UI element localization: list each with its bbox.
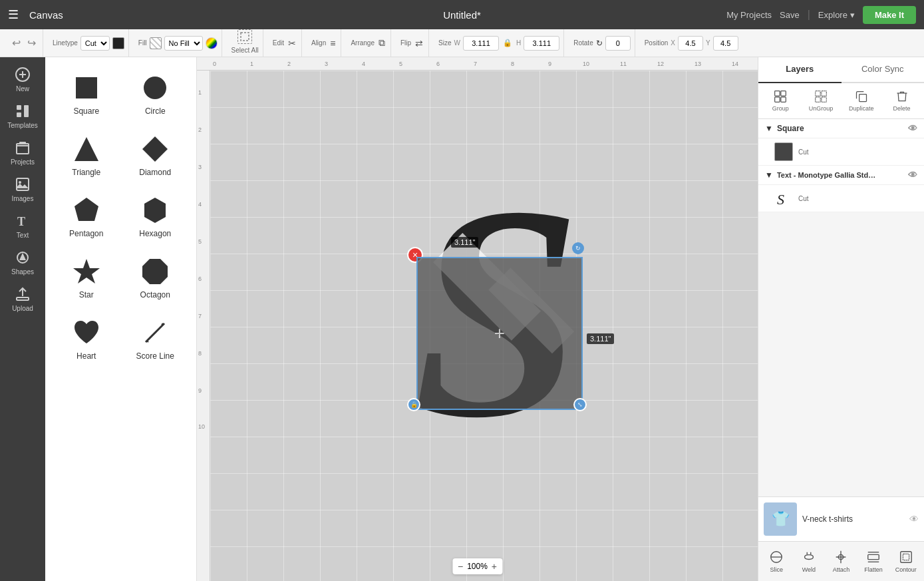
group-button[interactable]: Group: [761, 87, 800, 114]
svg-rect-37: [859, 95, 867, 102]
make-it-button[interactable]: Make It: [863, 6, 916, 24]
undo-button[interactable]: ↩: [9, 35, 23, 51]
flip-section: Flip ⇄: [396, 29, 429, 57]
x-input[interactable]: [678, 36, 703, 51]
svg-rect-42: [868, 554, 879, 559]
rotate-handle[interactable]: ↻: [572, 242, 584, 254]
svg-text:T: T: [17, 215, 25, 228]
fill-select[interactable]: No Fill: [164, 36, 203, 51]
weld-button[interactable]: Weld: [794, 546, 825, 577]
preview-visibility-toggle[interactable]: 👁: [909, 514, 919, 524]
layer-item-text[interactable]: S Cut: [758, 185, 924, 212]
flatten-button[interactable]: Flatten: [858, 546, 889, 577]
visibility-toggle-text[interactable]: 👁: [908, 170, 917, 180]
panel-actions: Group UnGroup Duplicate Delete: [758, 83, 924, 119]
shape-item-triangle[interactable]: Triangle: [56, 129, 117, 182]
align-button[interactable]: ≡: [329, 37, 337, 50]
tab-layers[interactable]: Layers: [758, 57, 842, 83]
preview-thumbnail[interactable]: 👕: [764, 502, 797, 536]
arrange-button[interactable]: ⧉: [377, 36, 386, 50]
flip-label: Flip: [400, 39, 411, 47]
sidebar-label-upload: Upload: [12, 305, 33, 312]
shape-item-pentagon[interactable]: Pentagon: [56, 190, 117, 244]
shape-item-circle[interactable]: Circle: [125, 68, 186, 121]
shape-item-diamond[interactable]: Diamond: [125, 129, 186, 182]
width-input[interactable]: [463, 36, 499, 51]
zoom-out-button[interactable]: −: [458, 561, 463, 572]
menu-icon[interactable]: ☰: [8, 7, 19, 22]
tab-colorsync[interactable]: Color Sync: [842, 57, 925, 82]
sidebar-item-projects[interactable]: Projects: [4, 136, 41, 170]
slice-button[interactable]: Slice: [761, 546, 792, 577]
sidebar-item-text[interactable]: T Text: [4, 209, 41, 243]
align-section: Align ≡: [307, 29, 341, 57]
layer-section-square: ▼ Square 👁 Cut: [758, 119, 924, 166]
sidebar-item-shapes[interactable]: Shapes: [4, 246, 41, 280]
shape-item-heart[interactable]: Heart: [56, 313, 117, 366]
explore-link[interactable]: Explore ▾: [818, 10, 855, 20]
zoom-in-button[interactable]: +: [492, 561, 497, 572]
sidebar-item-images[interactable]: Images: [4, 172, 41, 206]
svg-rect-45: [900, 552, 911, 563]
flip-button[interactable]: ⇄: [414, 37, 424, 50]
edit-button[interactable]: ✂: [287, 37, 297, 50]
lock-aspect-icon[interactable]: 🔒: [502, 37, 514, 49]
app-name: Canvas: [29, 9, 63, 21]
sidebar-item-new[interactable]: New: [4, 63, 41, 97]
canvas-area[interactable]: 0 1 2 3 4 5 6 7 8 9 10 11 12 13 14 1 2 3…: [197, 57, 758, 581]
my-projects-link[interactable]: My Projects: [726, 10, 772, 20]
linetype-select[interactable]: Cut: [80, 36, 110, 51]
svg-rect-14: [17, 297, 29, 300]
layer-header-square[interactable]: ▼ Square 👁: [758, 119, 924, 138]
y-input[interactable]: [713, 36, 738, 51]
topbar-right: My Projects Save | Explore ▾ Make It: [726, 6, 916, 24]
arrange-section: Arrange ⧉: [347, 29, 391, 57]
redo-button[interactable]: ↪: [25, 35, 39, 51]
shape-item-hexagon[interactable]: Hexagon: [125, 190, 186, 244]
svg-rect-34: [822, 91, 827, 97]
layer-section-text: ▼ Text - Monotype Gallia Std Re... 👁 S C…: [758, 166, 924, 212]
document-title: Untitled*: [443, 9, 481, 21]
sidebar-item-upload[interactable]: Upload: [4, 282, 41, 316]
sidebar-item-templates[interactable]: Templates: [4, 99, 41, 133]
ungroup-button[interactable]: UnGroup: [802, 87, 841, 114]
layer-name-square: Square: [777, 124, 804, 133]
size-section: Size W 🔒 H: [434, 29, 564, 57]
selected-object[interactable]: +: [416, 257, 583, 410]
topbar: ☰ Canvas Untitled* My Projects Save | Ex…: [0, 0, 924, 29]
duplicate-button[interactable]: Duplicate: [842, 87, 881, 114]
position-label: Position: [645, 39, 669, 47]
shape-label-scoreline: Score Line: [136, 351, 174, 361]
layer-header-text[interactable]: ▼ Text - Monotype Gallia Std Re... 👁: [758, 166, 924, 185]
contour-button[interactable]: Contour: [890, 546, 921, 577]
layer-item-square[interactable]: Cut: [758, 138, 924, 166]
canvas-content[interactable]: S × 3.111" ↻ + 3.111" 🔒 ⤡: [210, 71, 758, 581]
shape-item-square[interactable]: Square: [56, 68, 117, 121]
save-button[interactable]: Save: [780, 10, 800, 20]
linetype-color-swatch[interactable]: [112, 37, 124, 49]
sidebar-label-images: Images: [12, 195, 34, 202]
shape-item-octagon[interactable]: Octagon: [125, 252, 186, 305]
svg-marker-20: [144, 198, 166, 223]
undo-redo-section: ↩ ↪: [5, 29, 43, 57]
delete-button[interactable]: Delete: [882, 87, 921, 114]
attach-button[interactable]: Attach: [826, 546, 857, 577]
color-picker-icon[interactable]: [206, 37, 218, 49]
rotate-input[interactable]: [605, 36, 631, 51]
height-input[interactable]: [524, 36, 559, 51]
scale-handle[interactable]: ⤡: [573, 398, 587, 411]
lock-aspect-handle[interactable]: 🔒: [407, 398, 420, 411]
left-sidebar: New Templates Projects Images T Text Sha…: [0, 57, 45, 581]
shape-label-octagon: Octagon: [140, 290, 170, 299]
shape-label-circle: Circle: [145, 106, 166, 116]
svg-marker-18: [142, 136, 168, 162]
layers-list: ▼ Square 👁 Cut ▼ Text - Monotype Gallia …: [758, 119, 924, 496]
svg-rect-31: [775, 97, 780, 102]
svg-line-24: [147, 341, 148, 342]
shape-item-scoreline[interactable]: Score Line: [125, 313, 186, 366]
visibility-toggle-square[interactable]: 👁: [908, 123, 917, 134]
select-all-label[interactable]: Select All: [231, 47, 259, 54]
shape-item-star[interactable]: Star: [56, 252, 117, 305]
fill-swatch[interactable]: [150, 37, 162, 49]
svg-rect-46: [903, 554, 909, 560]
